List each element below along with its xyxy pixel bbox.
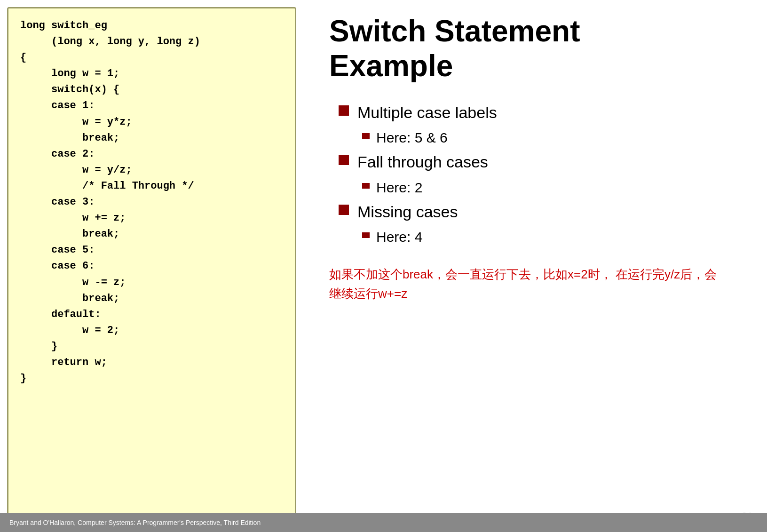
note-text: 如果不加这个break，会一直运行下去，比如x=2时， 在运行完y/z后，会继续… [329,265,729,304]
bullet-sub-1-1: Here: 5 & 6 [362,128,743,147]
bullet-dash-3-1 [362,232,370,238]
code-block: long switch_eg (long x, long y, long z) … [20,18,283,387]
bullet-square-2 [339,155,349,165]
right-panel: Switch StatementExample Multiple case la… [301,0,767,532]
bullet-dash-1-1 [362,133,370,139]
bullet-sub-label-1-1: Here: 5 & 6 [376,128,448,147]
bullet-square-3 [339,205,349,215]
footer-text: Bryant and O'Hallaron, Computer Systems:… [9,519,261,526]
bullet-main-label-2: Fall through cases [357,151,488,172]
bullet-square-1 [339,105,349,116]
bullet-main-label-3: Missing cases [357,201,458,222]
bullet-section-3: Missing cases Here: 4 [339,201,743,246]
bullet-main-1: Multiple case labels [339,102,743,123]
bullet-sub-label-3-1: Here: 4 [376,228,422,246]
bullet-main-label-1: Multiple case labels [357,102,497,123]
bullet-main-2: Fall through cases [339,151,743,172]
bottom-bar: Bryant and O'Hallaron, Computer Systems:… [0,513,767,532]
bullet-list: Multiple case labels Here: 5 & 6 Fall th… [339,102,743,251]
bullet-sub-2-1: Here: 2 [362,178,743,197]
bullet-main-3: Missing cases [339,201,743,222]
bullet-sub-label-2-1: Here: 2 [376,178,422,197]
left-panel: long switch_eg (long x, long y, long z) … [7,7,296,520]
bullet-sub-3-1: Here: 4 [362,228,743,246]
bullet-section-1: Multiple case labels Here: 5 & 6 [339,102,743,147]
slide-title: Switch StatementExample [329,14,743,83]
bullet-dash-2-1 [362,183,370,189]
slide-container: long switch_eg (long x, long y, long z) … [0,0,767,532]
bullet-section-2: Fall through cases Here: 2 [339,151,743,196]
